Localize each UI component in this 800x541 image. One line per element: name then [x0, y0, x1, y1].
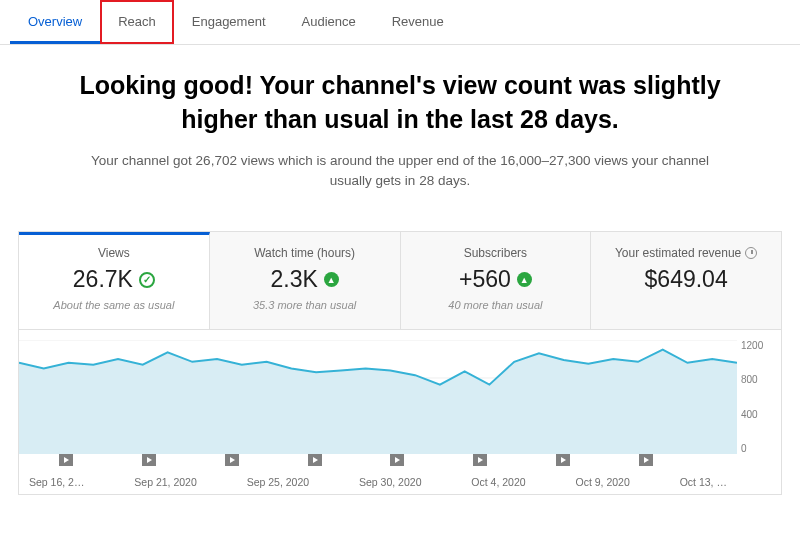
x-tick: Oct 4, 2020 — [471, 476, 525, 488]
y-tick: 400 — [741, 409, 777, 420]
views-chart: 1200 800 400 0 Sep 16, 2… Sep 21, 2020 S… — [18, 330, 782, 495]
up-arrow-icon: ▲ — [324, 272, 339, 287]
video-markers-row — [19, 454, 693, 466]
x-tick: Sep 16, 2… — [29, 476, 84, 488]
summary-hero: Looking good! Your channel's view count … — [0, 45, 800, 201]
card-title: Watch time (hours) — [218, 246, 392, 260]
card-subtext: 35.3 more than usual — [218, 299, 392, 311]
video-marker-icon[interactable] — [473, 454, 487, 466]
card-value-text: 2.3K — [270, 266, 317, 293]
video-marker-icon[interactable] — [390, 454, 404, 466]
video-marker-icon[interactable] — [308, 454, 322, 466]
tab-reach[interactable]: Reach — [100, 0, 174, 44]
x-tick: Sep 21, 2020 — [134, 476, 196, 488]
card-views[interactable]: Views 26.7K ✓ About the same as usual — [19, 232, 210, 329]
video-marker-icon[interactable] — [556, 454, 570, 466]
card-title: Subscribers — [409, 246, 583, 260]
tab-audience[interactable]: Audience — [284, 0, 374, 44]
card-value-text: +560 — [459, 266, 511, 293]
clock-icon — [745, 247, 757, 259]
video-marker-icon[interactable] — [639, 454, 653, 466]
checkmark-icon: ✓ — [139, 272, 155, 288]
card-title-text: Your estimated revenue — [615, 246, 741, 260]
card-subtext: 40 more than usual — [409, 299, 583, 311]
chart-plot-area — [19, 340, 737, 454]
y-tick: 1200 — [741, 340, 777, 351]
x-tick: Sep 25, 2020 — [247, 476, 309, 488]
card-value: +560 ▲ — [409, 266, 583, 293]
y-tick: 800 — [741, 374, 777, 385]
card-value: 26.7K ✓ — [27, 266, 201, 293]
tab-revenue[interactable]: Revenue — [374, 0, 462, 44]
metric-cards: Views 26.7K ✓ About the same as usual Wa… — [18, 231, 782, 330]
x-tick: Oct 13, … — [680, 476, 727, 488]
hero-subtitle: Your channel got 26,702 views which is a… — [50, 151, 750, 192]
card-title: Views — [27, 246, 201, 260]
x-tick: Oct 9, 2020 — [576, 476, 630, 488]
card-value: 2.3K ▲ — [218, 266, 392, 293]
chart-x-axis: Sep 16, 2… Sep 21, 2020 Sep 25, 2020 Sep… — [19, 454, 737, 494]
chart-area-fill — [19, 350, 737, 454]
y-tick: 0 — [741, 443, 777, 454]
chart-y-axis: 1200 800 400 0 — [741, 340, 777, 454]
video-marker-icon[interactable] — [142, 454, 156, 466]
video-marker-icon[interactable] — [59, 454, 73, 466]
x-tick: Sep 30, 2020 — [359, 476, 421, 488]
tab-overview[interactable]: Overview — [10, 0, 100, 44]
card-value-text: $649.04 — [645, 266, 728, 293]
card-subscribers[interactable]: Subscribers +560 ▲ 40 more than usual — [401, 232, 592, 329]
hero-title: Looking good! Your channel's view count … — [50, 69, 750, 137]
video-marker-icon[interactable] — [225, 454, 239, 466]
card-value-text: 26.7K — [73, 266, 133, 293]
card-subtext: About the same as usual — [27, 299, 201, 311]
analytics-tabs: Overview Reach Engagement Audience Reven… — [0, 0, 800, 45]
card-watch-time[interactable]: Watch time (hours) 2.3K ▲ 35.3 more than… — [210, 232, 401, 329]
card-revenue[interactable]: Your estimated revenue $649.04 — [591, 232, 781, 329]
card-title: Your estimated revenue — [599, 246, 773, 260]
tab-engagement[interactable]: Engagement — [174, 0, 284, 44]
card-value: $649.04 — [599, 266, 773, 293]
chart-svg — [19, 340, 737, 454]
up-arrow-icon: ▲ — [517, 272, 532, 287]
